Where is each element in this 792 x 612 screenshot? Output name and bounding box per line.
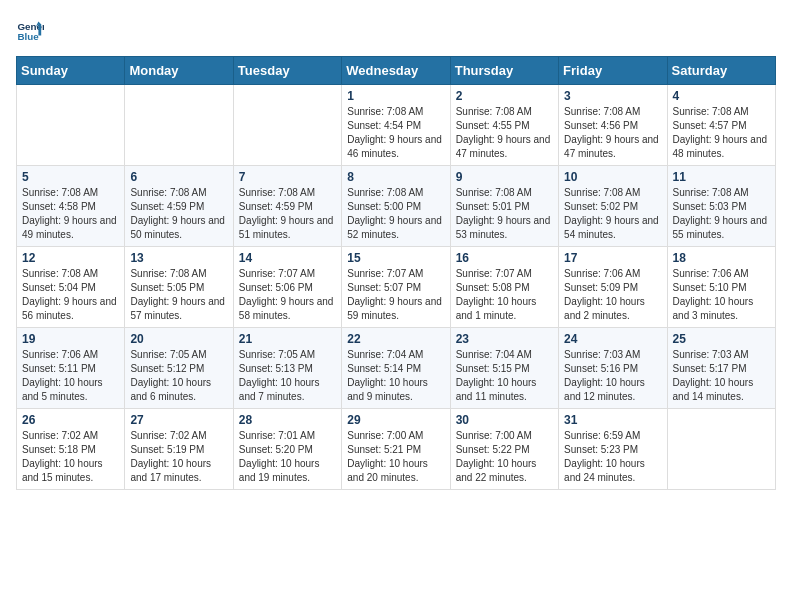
day-number: 24 [564, 332, 661, 346]
day-number: 7 [239, 170, 336, 184]
day-info: Sunrise: 7:07 AM Sunset: 5:06 PM Dayligh… [239, 267, 336, 323]
weekday-header-cell: Wednesday [342, 57, 450, 85]
calendar-day-cell: 4Sunrise: 7:08 AM Sunset: 4:57 PM Daylig… [667, 85, 775, 166]
day-number: 9 [456, 170, 553, 184]
svg-text:Blue: Blue [17, 31, 39, 42]
day-info: Sunrise: 7:08 AM Sunset: 5:00 PM Dayligh… [347, 186, 444, 242]
day-info: Sunrise: 7:08 AM Sunset: 5:01 PM Dayligh… [456, 186, 553, 242]
day-info: Sunrise: 7:08 AM Sunset: 4:56 PM Dayligh… [564, 105, 661, 161]
day-number: 17 [564, 251, 661, 265]
calendar-day-cell: 2Sunrise: 7:08 AM Sunset: 4:55 PM Daylig… [450, 85, 558, 166]
calendar-day-cell: 20Sunrise: 7:05 AM Sunset: 5:12 PM Dayli… [125, 328, 233, 409]
weekday-header-cell: Tuesday [233, 57, 341, 85]
page-header: General Blue [16, 16, 776, 44]
day-info: Sunrise: 7:01 AM Sunset: 5:20 PM Dayligh… [239, 429, 336, 485]
weekday-header-cell: Friday [559, 57, 667, 85]
calendar-day-cell: 8Sunrise: 7:08 AM Sunset: 5:00 PM Daylig… [342, 166, 450, 247]
weekday-header-row: SundayMondayTuesdayWednesdayThursdayFrid… [17, 57, 776, 85]
day-info: Sunrise: 7:03 AM Sunset: 5:17 PM Dayligh… [673, 348, 770, 404]
calendar-day-cell: 6Sunrise: 7:08 AM Sunset: 4:59 PM Daylig… [125, 166, 233, 247]
calendar-day-cell: 26Sunrise: 7:02 AM Sunset: 5:18 PM Dayli… [17, 409, 125, 490]
calendar-day-cell: 15Sunrise: 7:07 AM Sunset: 5:07 PM Dayli… [342, 247, 450, 328]
day-info: Sunrise: 7:08 AM Sunset: 4:54 PM Dayligh… [347, 105, 444, 161]
calendar-day-cell: 23Sunrise: 7:04 AM Sunset: 5:15 PM Dayli… [450, 328, 558, 409]
day-number: 4 [673, 89, 770, 103]
day-number: 5 [22, 170, 119, 184]
day-info: Sunrise: 7:08 AM Sunset: 4:55 PM Dayligh… [456, 105, 553, 161]
day-number: 2 [456, 89, 553, 103]
calendar-day-cell: 19Sunrise: 7:06 AM Sunset: 5:11 PM Dayli… [17, 328, 125, 409]
calendar-day-cell: 5Sunrise: 7:08 AM Sunset: 4:58 PM Daylig… [17, 166, 125, 247]
calendar-day-cell: 9Sunrise: 7:08 AM Sunset: 5:01 PM Daylig… [450, 166, 558, 247]
day-info: Sunrise: 7:08 AM Sunset: 4:59 PM Dayligh… [239, 186, 336, 242]
day-info: Sunrise: 6:59 AM Sunset: 5:23 PM Dayligh… [564, 429, 661, 485]
weekday-header-cell: Sunday [17, 57, 125, 85]
day-info: Sunrise: 7:06 AM Sunset: 5:11 PM Dayligh… [22, 348, 119, 404]
day-number: 29 [347, 413, 444, 427]
day-number: 14 [239, 251, 336, 265]
day-info: Sunrise: 7:02 AM Sunset: 5:18 PM Dayligh… [22, 429, 119, 485]
calendar-day-cell: 1Sunrise: 7:08 AM Sunset: 4:54 PM Daylig… [342, 85, 450, 166]
day-info: Sunrise: 7:04 AM Sunset: 5:14 PM Dayligh… [347, 348, 444, 404]
calendar-day-cell [17, 85, 125, 166]
day-info: Sunrise: 7:02 AM Sunset: 5:19 PM Dayligh… [130, 429, 227, 485]
day-info: Sunrise: 7:08 AM Sunset: 5:03 PM Dayligh… [673, 186, 770, 242]
day-info: Sunrise: 7:05 AM Sunset: 5:13 PM Dayligh… [239, 348, 336, 404]
day-info: Sunrise: 7:08 AM Sunset: 4:58 PM Dayligh… [22, 186, 119, 242]
calendar-day-cell: 13Sunrise: 7:08 AM Sunset: 5:05 PM Dayli… [125, 247, 233, 328]
calendar-day-cell: 14Sunrise: 7:07 AM Sunset: 5:06 PM Dayli… [233, 247, 341, 328]
day-number: 31 [564, 413, 661, 427]
day-number: 11 [673, 170, 770, 184]
day-number: 30 [456, 413, 553, 427]
day-info: Sunrise: 7:08 AM Sunset: 5:05 PM Dayligh… [130, 267, 227, 323]
calendar-week-row: 5Sunrise: 7:08 AM Sunset: 4:58 PM Daylig… [17, 166, 776, 247]
calendar-day-cell: 24Sunrise: 7:03 AM Sunset: 5:16 PM Dayli… [559, 328, 667, 409]
day-number: 20 [130, 332, 227, 346]
calendar-day-cell: 10Sunrise: 7:08 AM Sunset: 5:02 PM Dayli… [559, 166, 667, 247]
calendar-day-cell: 7Sunrise: 7:08 AM Sunset: 4:59 PM Daylig… [233, 166, 341, 247]
day-number: 15 [347, 251, 444, 265]
calendar-day-cell: 16Sunrise: 7:07 AM Sunset: 5:08 PM Dayli… [450, 247, 558, 328]
day-info: Sunrise: 7:06 AM Sunset: 5:10 PM Dayligh… [673, 267, 770, 323]
day-info: Sunrise: 7:06 AM Sunset: 5:09 PM Dayligh… [564, 267, 661, 323]
calendar-day-cell [667, 409, 775, 490]
day-number: 16 [456, 251, 553, 265]
calendar-day-cell: 17Sunrise: 7:06 AM Sunset: 5:09 PM Dayli… [559, 247, 667, 328]
day-number: 22 [347, 332, 444, 346]
day-number: 25 [673, 332, 770, 346]
calendar-week-row: 1Sunrise: 7:08 AM Sunset: 4:54 PM Daylig… [17, 85, 776, 166]
logo-icon: General Blue [16, 16, 44, 44]
day-info: Sunrise: 7:03 AM Sunset: 5:16 PM Dayligh… [564, 348, 661, 404]
logo: General Blue [16, 16, 46, 44]
day-number: 6 [130, 170, 227, 184]
weekday-header-cell: Thursday [450, 57, 558, 85]
day-number: 8 [347, 170, 444, 184]
day-number: 26 [22, 413, 119, 427]
calendar-day-cell: 22Sunrise: 7:04 AM Sunset: 5:14 PM Dayli… [342, 328, 450, 409]
day-number: 27 [130, 413, 227, 427]
day-number: 23 [456, 332, 553, 346]
day-info: Sunrise: 7:07 AM Sunset: 5:07 PM Dayligh… [347, 267, 444, 323]
calendar-day-cell: 27Sunrise: 7:02 AM Sunset: 5:19 PM Dayli… [125, 409, 233, 490]
calendar-day-cell [125, 85, 233, 166]
calendar-week-row: 12Sunrise: 7:08 AM Sunset: 5:04 PM Dayli… [17, 247, 776, 328]
calendar-day-cell: 25Sunrise: 7:03 AM Sunset: 5:17 PM Dayli… [667, 328, 775, 409]
day-number: 21 [239, 332, 336, 346]
day-info: Sunrise: 7:08 AM Sunset: 4:57 PM Dayligh… [673, 105, 770, 161]
calendar-day-cell: 21Sunrise: 7:05 AM Sunset: 5:13 PM Dayli… [233, 328, 341, 409]
calendar-week-row: 19Sunrise: 7:06 AM Sunset: 5:11 PM Dayli… [17, 328, 776, 409]
calendar-day-cell [233, 85, 341, 166]
day-info: Sunrise: 7:00 AM Sunset: 5:21 PM Dayligh… [347, 429, 444, 485]
day-number: 13 [130, 251, 227, 265]
day-number: 19 [22, 332, 119, 346]
day-info: Sunrise: 7:05 AM Sunset: 5:12 PM Dayligh… [130, 348, 227, 404]
day-info: Sunrise: 7:08 AM Sunset: 5:02 PM Dayligh… [564, 186, 661, 242]
day-info: Sunrise: 7:00 AM Sunset: 5:22 PM Dayligh… [456, 429, 553, 485]
calendar-table: SundayMondayTuesdayWednesdayThursdayFrid… [16, 56, 776, 490]
day-number: 3 [564, 89, 661, 103]
calendar-day-cell: 28Sunrise: 7:01 AM Sunset: 5:20 PM Dayli… [233, 409, 341, 490]
calendar-day-cell: 30Sunrise: 7:00 AM Sunset: 5:22 PM Dayli… [450, 409, 558, 490]
day-number: 1 [347, 89, 444, 103]
weekday-header-cell: Saturday [667, 57, 775, 85]
calendar-day-cell: 12Sunrise: 7:08 AM Sunset: 5:04 PM Dayli… [17, 247, 125, 328]
